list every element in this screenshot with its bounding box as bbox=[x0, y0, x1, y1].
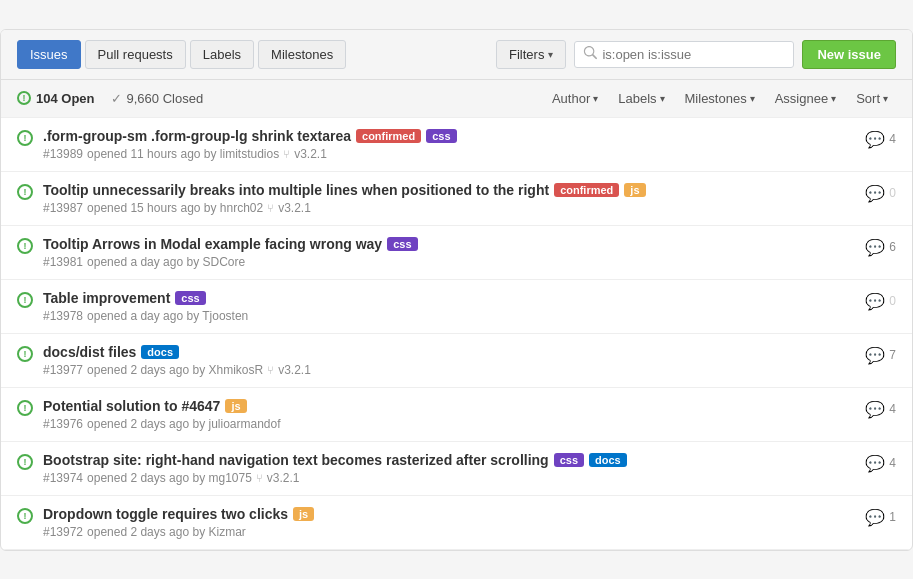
search-icon bbox=[583, 46, 597, 63]
caret-icon: ▾ bbox=[548, 49, 553, 60]
table-row: .form-group-sm .form-group-lg shrink tex… bbox=[1, 118, 912, 172]
issue-title[interactable]: Dropdown toggle requires two clicks bbox=[43, 506, 288, 522]
milestone-text: v3.2.1 bbox=[267, 471, 300, 485]
issue-title-row: Tooltip Arrows in Modal example facing w… bbox=[43, 236, 855, 252]
label-badge[interactable]: confirmed bbox=[356, 129, 421, 143]
label-badge[interactable]: docs bbox=[589, 453, 627, 467]
caret-icon: ▾ bbox=[593, 93, 598, 104]
comment-icon: 💬 bbox=[865, 454, 885, 473]
issue-meta: #13987 opened 15 hours ago by hnrch02 ⑂ … bbox=[43, 201, 855, 215]
issue-title-row: .form-group-sm .form-group-lg shrink tex… bbox=[43, 128, 855, 144]
tab-labels[interactable]: Labels bbox=[190, 40, 254, 69]
label-badge[interactable]: js bbox=[624, 183, 645, 197]
issue-id: #13976 bbox=[43, 417, 83, 431]
check-icon: ✓ bbox=[111, 91, 122, 106]
issue-id: #13978 bbox=[43, 309, 83, 323]
comment-icon: 💬 bbox=[865, 292, 885, 311]
issue-title[interactable]: Tooltip Arrows in Modal example facing w… bbox=[43, 236, 382, 252]
issue-open-icon bbox=[17, 292, 33, 308]
assignee-dropdown[interactable]: Assignee ▾ bbox=[767, 88, 844, 109]
issue-meta-text: opened 11 hours ago by limitstudios bbox=[87, 147, 279, 161]
issue-title[interactable]: Bootstrap site: right-hand navigation te… bbox=[43, 452, 549, 468]
issue-comment-col: 💬 6 bbox=[865, 236, 896, 257]
comment-icon: 💬 bbox=[865, 130, 885, 149]
issue-id: #13989 bbox=[43, 147, 83, 161]
tab-milestones[interactable]: Milestones bbox=[258, 40, 346, 69]
search-wrapper bbox=[574, 41, 794, 68]
comment-count: 4 bbox=[889, 132, 896, 146]
table-row: Tooltip unnecessarily breaks into multip… bbox=[1, 172, 912, 226]
milestone-icon: ⑂ bbox=[256, 472, 263, 484]
milestone-icon: ⑂ bbox=[267, 202, 274, 214]
issue-title-row: docs/dist files docs bbox=[43, 344, 855, 360]
issue-title[interactable]: Table improvement bbox=[43, 290, 170, 306]
label-badge[interactable]: confirmed bbox=[554, 183, 619, 197]
label-badge[interactable]: css bbox=[175, 291, 205, 305]
label-badge[interactable]: css bbox=[554, 453, 584, 467]
sub-header: 104 Open ✓ 9,660 Closed Author ▾ Labels … bbox=[1, 80, 912, 118]
issue-comment-col: 💬 0 bbox=[865, 290, 896, 311]
issue-icon-col bbox=[17, 452, 33, 470]
issue-meta-text: opened a day ago by Tjoosten bbox=[87, 309, 248, 323]
milestone-text: v3.2.1 bbox=[278, 201, 311, 215]
issue-content: Dropdown toggle requires two clicks js #… bbox=[43, 506, 855, 539]
comment-icon: 💬 bbox=[865, 238, 885, 257]
label-badge[interactable]: js bbox=[225, 399, 246, 413]
issue-open-icon bbox=[17, 238, 33, 254]
issue-meta-text: opened 2 days ago by mg1075 bbox=[87, 471, 252, 485]
issue-id: #13981 bbox=[43, 255, 83, 269]
tab-issues[interactable]: Issues bbox=[17, 40, 81, 69]
comment-icon: 💬 bbox=[865, 400, 885, 419]
issue-title[interactable]: docs/dist files bbox=[43, 344, 136, 360]
open-stat: 104 Open bbox=[17, 91, 95, 106]
open-closed-stats: 104 Open ✓ 9,660 Closed bbox=[17, 91, 544, 106]
issue-icon-col bbox=[17, 236, 33, 254]
sort-dropdown[interactable]: Sort ▾ bbox=[848, 88, 896, 109]
issue-id: #13974 bbox=[43, 471, 83, 485]
comment-count: 4 bbox=[889, 402, 896, 416]
issue-meta-text: opened 2 days ago by julioarmandof bbox=[87, 417, 280, 431]
tab-pull-requests[interactable]: Pull requests bbox=[85, 40, 186, 69]
issue-comment-col: 💬 1 bbox=[865, 506, 896, 527]
comment-count: 1 bbox=[889, 510, 896, 524]
open-icon bbox=[17, 91, 31, 105]
issue-icon-col bbox=[17, 398, 33, 416]
issue-meta-text: opened a day ago by SDCore bbox=[87, 255, 245, 269]
filter-group: Filters ▾ New issue bbox=[496, 40, 896, 69]
issue-comment-col: 💬 7 bbox=[865, 344, 896, 365]
issue-open-icon bbox=[17, 454, 33, 470]
issue-content: Tooltip unnecessarily breaks into multip… bbox=[43, 182, 855, 215]
search-input[interactable] bbox=[602, 47, 785, 62]
issue-meta-text: opened 15 hours ago by hnrch02 bbox=[87, 201, 263, 215]
caret-icon: ▾ bbox=[831, 93, 836, 104]
comment-icon: 💬 bbox=[865, 508, 885, 527]
issue-meta-text: opened 2 days ago by Kizmar bbox=[87, 525, 246, 539]
milestones-dropdown[interactable]: Milestones ▾ bbox=[677, 88, 763, 109]
label-badge[interactable]: css bbox=[426, 129, 456, 143]
caret-icon: ▾ bbox=[660, 93, 665, 104]
issue-icon-col bbox=[17, 344, 33, 362]
label-badge[interactable]: docs bbox=[141, 345, 179, 359]
issue-title-row: Bootstrap site: right-hand navigation te… bbox=[43, 452, 855, 468]
label-badge[interactable]: css bbox=[387, 237, 417, 251]
issue-meta: #13974 opened 2 days ago by mg1075 ⑂ v3.… bbox=[43, 471, 855, 485]
issue-title[interactable]: Tooltip unnecessarily breaks into multip… bbox=[43, 182, 549, 198]
issue-icon-col bbox=[17, 128, 33, 146]
issue-title[interactable]: .form-group-sm .form-group-lg shrink tex… bbox=[43, 128, 351, 144]
issue-title-row: Tooltip unnecessarily breaks into multip… bbox=[43, 182, 855, 198]
issue-meta: #13972 opened 2 days ago by Kizmar bbox=[43, 525, 855, 539]
closed-count: 9,660 Closed bbox=[127, 91, 204, 106]
issue-title[interactable]: Potential solution to #4647 bbox=[43, 398, 220, 414]
header: Issues Pull requests Labels Milestones F… bbox=[1, 30, 912, 80]
milestone-text: v3.2.1 bbox=[278, 363, 311, 377]
new-issue-button[interactable]: New issue bbox=[802, 40, 896, 69]
labels-dropdown[interactable]: Labels ▾ bbox=[610, 88, 672, 109]
caret-icon: ▾ bbox=[883, 93, 888, 104]
table-row: Table improvement css #13978 opened a da… bbox=[1, 280, 912, 334]
issue-content: Bootstrap site: right-hand navigation te… bbox=[43, 452, 855, 485]
filters-button[interactable]: Filters ▾ bbox=[496, 40, 566, 69]
comment-count: 0 bbox=[889, 186, 896, 200]
label-badge[interactable]: js bbox=[293, 507, 314, 521]
issue-meta-text: opened 2 days ago by XhmikosR bbox=[87, 363, 263, 377]
author-dropdown[interactable]: Author ▾ bbox=[544, 88, 606, 109]
